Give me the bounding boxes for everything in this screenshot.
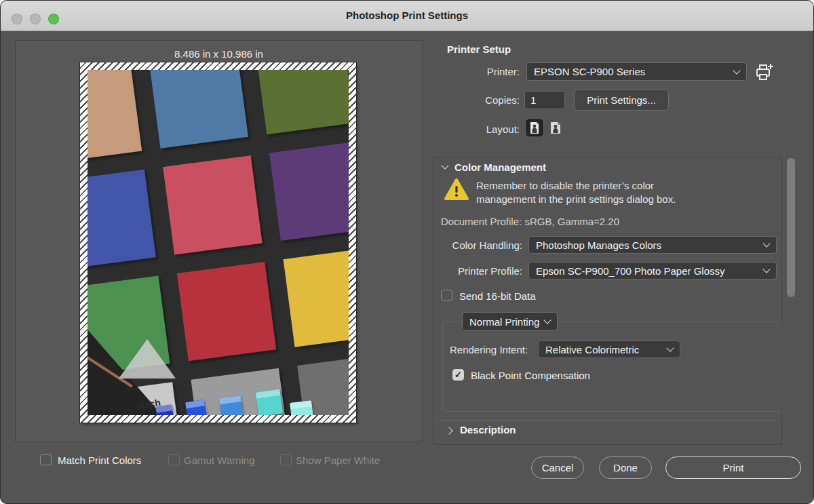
color-cube — [185, 400, 207, 415]
printer-profile-select[interactable]: Epson SC-P900_700 Photo Paper Glossy — [528, 262, 777, 279]
color-swatch — [88, 70, 142, 163]
section-divider — [435, 420, 780, 421]
warning-icon — [444, 178, 469, 201]
vertical-scrollbar[interactable] — [786, 155, 796, 440]
color-swatch — [149, 70, 248, 149]
color-swatch — [269, 141, 349, 240]
color-swatch — [177, 262, 276, 361]
black-point-compensation-checkbox[interactable]: ✓ — [452, 369, 464, 381]
print-settings-dialog: Photoshop Print Settings 8.486 in x 10.9… — [0, 0, 814, 504]
printing-mode-value: Normal Printing — [469, 316, 539, 328]
color-swatch — [88, 170, 156, 269]
warning-text: Remember to disable the printer’s color … — [476, 179, 686, 206]
collapse-section-icon[interactable] — [441, 161, 448, 169]
color-cube — [155, 404, 174, 415]
chevron-down-icon — [544, 316, 551, 324]
print-preview-panel: 8.486 in x 10.986 in Mach — [15, 40, 423, 442]
document-profile-text: Document Profile: sRGB, Gamma=2.20 — [441, 216, 619, 227]
chevron-down-icon — [762, 239, 770, 247]
print-settings-button[interactable]: Print Settings... — [574, 90, 669, 111]
printer-profile-value: Epson SC-P900_700 Photo Paper Glossy — [536, 265, 725, 277]
expand-description-icon[interactable] — [445, 427, 452, 434]
color-swatch — [163, 155, 262, 254]
scrollbar-thumb[interactable] — [787, 158, 795, 297]
black-point-compensation-label: Black Point Compensation — [471, 370, 590, 381]
printing-mode-select[interactable]: Normal Printing — [462, 312, 558, 331]
gamut-warning-checkbox: ✓ — [168, 454, 180, 465]
show-paper-white-checkbox: ✓ — [280, 454, 292, 465]
description-title[interactable]: Description — [460, 424, 516, 435]
dialog-body: 8.486 in x 10.986 in Mach Printer Setup … — [1, 31, 814, 504]
done-button-label: Done — [613, 462, 638, 473]
cancel-button[interactable]: Cancel — [531, 457, 584, 479]
color-handling-value: Photoshop Manages Colors — [536, 239, 661, 251]
preview-triangle-shape — [119, 339, 176, 379]
gamut-warning-label: Gamut Warning — [184, 454, 254, 466]
color-cube — [219, 395, 244, 415]
color-management-section: Color Management Remember to disable the… — [433, 157, 782, 445]
printer-select[interactable]: EPSON SC-P900 Series — [526, 62, 747, 81]
titlebar[interactable]: Photoshop Print Settings — [1, 1, 813, 31]
print-settings-button-label: Print Settings... — [587, 94, 656, 106]
rendering-intent-select[interactable]: Relative Colorimetric — [538, 341, 680, 358]
send-16bit-checkbox[interactable]: ✓ — [441, 290, 452, 301]
color-swatch — [284, 248, 349, 347]
window-title: Photoshop Print Settings — [1, 9, 813, 21]
printing-mode-group: Normal Printing Rendering Intent: Relati… — [442, 321, 781, 412]
done-button[interactable]: Done — [599, 457, 652, 479]
chevron-down-icon — [733, 66, 740, 74]
rendering-intent-label: Rendering Intent: — [450, 344, 528, 355]
match-print-colors-checkbox[interactable]: ✓ — [40, 454, 52, 465]
printer-profile-label: Printer Profile: — [434, 265, 522, 277]
printer-select-value: EPSON SC-P900 Series — [534, 66, 645, 77]
print-button-label: Print — [723, 462, 744, 473]
rendering-intent-value: Relative Colorimetric — [545, 344, 639, 355]
show-paper-white-label: Show Paper White — [296, 454, 380, 466]
send-16bit-label: Send 16-bit Data — [459, 290, 536, 302]
printer-setup-title: Printer Setup — [447, 43, 511, 55]
color-handling-select[interactable]: Photoshop Manages Colors — [528, 236, 777, 254]
copies-label: Copies: — [428, 94, 520, 106]
layout-portrait-icon[interactable] — [526, 119, 543, 136]
copies-input[interactable]: 1 — [524, 91, 565, 109]
print-button[interactable]: Print — [665, 457, 801, 479]
layout-landscape-icon[interactable] — [547, 119, 564, 136]
color-management-title[interactable]: Color Management — [454, 161, 546, 173]
chevron-down-icon — [762, 265, 770, 273]
color-cube — [290, 400, 314, 415]
copies-value: 1 — [530, 94, 536, 106]
paper-preview: Mach — [80, 62, 356, 423]
match-print-colors-label: Match Print Colors — [58, 454, 141, 466]
print-dimensions-label: 8.486 in x 10.986 in — [16, 48, 422, 60]
printer-label: Printer: — [428, 66, 520, 77]
color-cube — [256, 389, 284, 415]
cancel-button-label: Cancel — [542, 462, 574, 473]
preview-artwork: Mach — [88, 70, 349, 415]
chevron-down-icon — [666, 344, 674, 351]
color-handling-label: Color Handling: — [434, 239, 522, 251]
layout-label: Layout: — [428, 123, 520, 135]
check-icon: ✓ — [454, 370, 462, 380]
color-swatch — [255, 70, 349, 134]
add-printer-icon[interactable] — [752, 61, 775, 83]
